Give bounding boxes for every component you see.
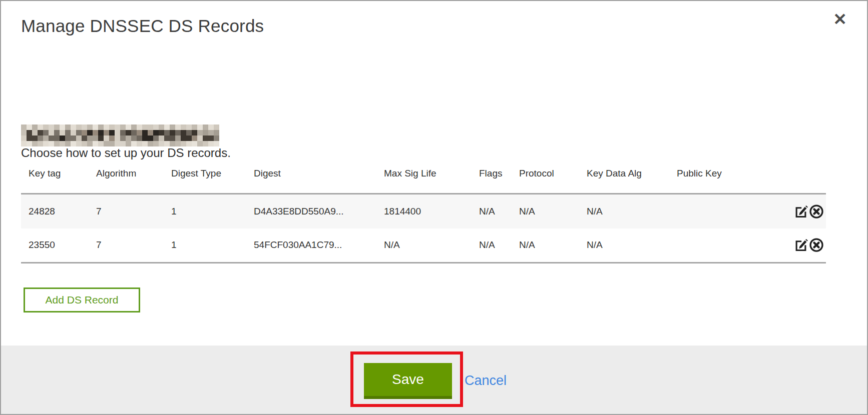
manage-dnssec-dialog: Manage DNSSEC DS Records ✕ Choose how to…	[0, 0, 868, 415]
cell-digest-type: 1	[164, 194, 246, 228]
col-header-protocol: Protocol	[512, 168, 579, 194]
edit-record-button[interactable]	[794, 238, 808, 252]
cell-flags: N/A	[472, 228, 512, 263]
ds-records-table: Key tag Algorithm Digest Type Digest Max…	[21, 168, 826, 264]
col-header-algorithm: Algorithm	[89, 168, 164, 194]
col-header-actions	[782, 168, 826, 194]
add-ds-record-button[interactable]: Add DS Record	[24, 288, 140, 312]
cell-key-tag: 24828	[21, 194, 89, 228]
cell-max-sig-life: N/A	[376, 228, 472, 263]
page-title: Manage DNSSEC DS Records	[21, 16, 264, 36]
cell-algorithm: 7	[89, 228, 164, 263]
save-button[interactable]: Save	[364, 363, 452, 399]
table-header-row: Key tag Algorithm Digest Type Digest Max…	[21, 168, 826, 194]
col-header-max-sig-life: Max Sig Life	[376, 168, 472, 194]
cell-actions	[782, 228, 826, 263]
cancel-link[interactable]: Cancel	[465, 373, 507, 388]
cell-public-key	[669, 228, 782, 263]
col-header-digest-type: Digest Type	[164, 168, 246, 194]
col-header-digest: Digest	[246, 168, 376, 194]
edit-icon	[794, 246, 808, 254]
cell-protocol: N/A	[512, 228, 579, 263]
delete-record-button[interactable]	[809, 238, 824, 252]
cell-key-tag: 23550	[21, 228, 89, 263]
table-row: 24828 7 1 D4A33E8DD550A9... 1814400 N/A …	[21, 194, 826, 228]
cell-digest-type: 1	[164, 228, 246, 263]
col-header-key-data-alg: Key Data Alg	[579, 168, 669, 194]
edit-icon	[794, 212, 808, 220]
close-icon[interactable]: ✕	[833, 11, 847, 28]
cell-digest: D4A33E8DD550A9...	[246, 194, 376, 228]
cell-digest: 54FCF030AA1C79...	[246, 228, 376, 263]
setup-instructions-text: Choose how to set up your DS records.	[21, 146, 231, 160]
delete-icon	[809, 246, 824, 254]
col-header-key-tag: Key tag	[21, 168, 89, 194]
cell-actions	[782, 194, 826, 228]
cell-max-sig-life: 1814400	[376, 194, 472, 228]
delete-record-button[interactable]	[809, 204, 824, 219]
redacted-domain-name	[21, 124, 219, 146]
cell-key-data-alg: N/A	[579, 228, 669, 263]
cell-algorithm: 7	[89, 194, 164, 228]
table-row: 23550 7 1 54FCF030AA1C79... N/A N/A N/A …	[21, 228, 826, 263]
edit-record-button[interactable]	[794, 204, 808, 218]
cell-flags: N/A	[472, 194, 512, 228]
delete-icon	[809, 213, 824, 220]
cell-public-key	[669, 194, 782, 228]
cell-protocol: N/A	[512, 194, 579, 228]
col-header-public-key: Public Key	[669, 168, 782, 194]
cell-key-data-alg: N/A	[579, 194, 669, 228]
col-header-flags: Flags	[472, 168, 512, 194]
